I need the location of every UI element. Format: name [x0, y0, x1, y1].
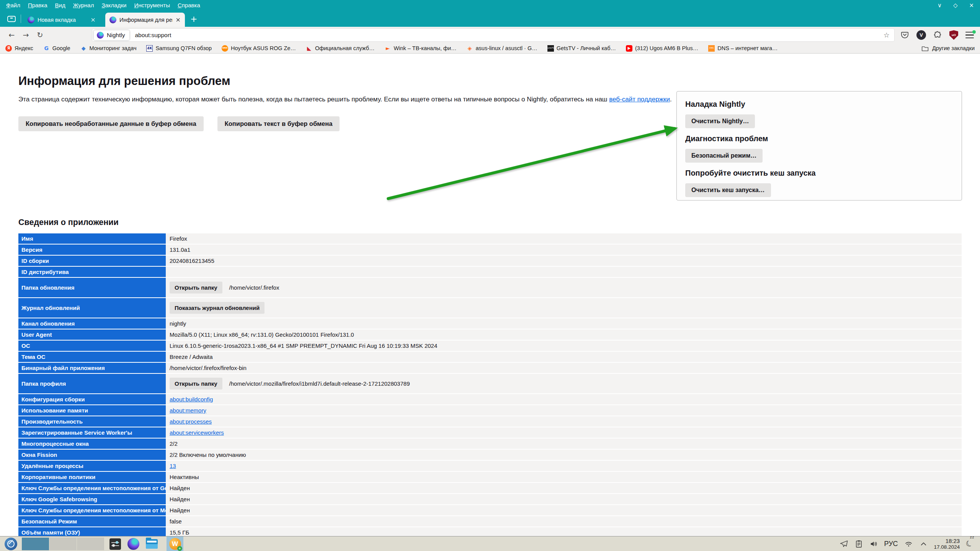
table-button[interactable]: Показать журнал обновлений [170, 302, 265, 314]
firefox-taskbar-icon[interactable] [127, 538, 139, 550]
row-label: Зарегистрированные Service Worker'ы [18, 427, 166, 438]
settings-mixer-icon[interactable] [109, 538, 121, 550]
bookmark-item[interactable]: DNSDNS – интернет мага… [708, 45, 777, 52]
bookmark-star-icon[interactable]: ☆ [884, 31, 890, 39]
getstv-icon: GetsTV [547, 45, 554, 52]
firefox-nightly-icon [97, 32, 104, 39]
menu-item-file[interactable]: Файл [2, 0, 24, 10]
pocket-icon[interactable] [900, 31, 909, 39]
wifi-icon[interactable] [904, 540, 913, 548]
bookmark-item[interactable]: ▶(312) Ugos AM6 B Plus… [626, 45, 698, 52]
gitlab-icon: ◈ [467, 45, 473, 52]
bookmark-item[interactable]: ЯЯндекс [5, 45, 33, 52]
tab-close-icon[interactable]: × [91, 16, 96, 23]
clock[interactable]: 18:23 17.08.2024 [934, 538, 960, 550]
bookmark-item[interactable]: ◆Мониторинг задач [80, 45, 137, 52]
bookmark-item[interactable]: ◣Официальная служб… [306, 45, 375, 52]
reload-icon[interactable]: ↻ [33, 31, 47, 39]
expand-tray-icon[interactable] [919, 540, 928, 548]
bookmark-item[interactable]: GGoogle [43, 45, 70, 52]
firefox-view-icon[interactable] [3, 12, 20, 26]
night-mode-icon[interactable]: ☾ zz [964, 538, 975, 550]
table-link[interactable]: about:buildconfig [170, 396, 213, 403]
file-manager-icon[interactable] [146, 539, 158, 549]
clipboard-icon[interactable] [854, 540, 863, 548]
menu-item-view[interactable]: Вид [51, 0, 69, 10]
bookmark-label: Мониторинг задач [90, 45, 137, 51]
tab-close-icon[interactable]: × [176, 16, 181, 23]
table-row: Использование памятиabout:memory [18, 405, 962, 416]
table-button[interactable]: Открыть папку [170, 378, 222, 390]
forward-icon[interactable]: → [19, 31, 33, 39]
menu-item-tools[interactable]: Инструменты [130, 0, 174, 10]
table-row: Окна Fission2/2 Включены по умолчанию [18, 450, 962, 460]
copy-raw-data-button[interactable]: Копировать необработанные данные в буфер… [18, 116, 204, 131]
table-link[interactable]: 13 [170, 463, 176, 469]
row-label: Ключ Службы определения местоположения о… [18, 505, 166, 515]
ublock-shield-icon[interactable]: uO [949, 30, 958, 40]
table-link[interactable]: about:processes [170, 418, 212, 425]
table-link[interactable]: about:serviceworkers [170, 429, 224, 436]
telegram-icon[interactable] [840, 540, 848, 548]
bookmark-item[interactable]: GetsTVGetsTV - Личный каб… [547, 45, 616, 52]
bookmark-label: (312) Ugos AM6 B Plus… [635, 45, 698, 51]
toolbar-right-icons: V uO [900, 30, 974, 40]
other-bookmarks[interactable]: Другие закладки [921, 45, 975, 52]
table-row: Конфигурация сборкиabout:buildconfig [18, 394, 962, 404]
menu-item-history[interactable]: Журнал [69, 0, 98, 10]
bookmark-item[interactable]: 4KSamsung Q7FN обзор [146, 45, 212, 52]
maximize-icon[interactable]: ◇ [953, 2, 958, 9]
table-row: Папка профиляОткрыть папку/home/victor/.… [18, 374, 962, 393]
app-menu-icon[interactable] [965, 32, 974, 39]
window-controls: ∨ ◇ × [938, 0, 974, 10]
bookmark-item[interactable]: DNSНоутбук ASUS ROG Ze… [222, 45, 296, 52]
row-label: User Agent [18, 329, 166, 340]
keyboard-layout-indicator[interactable]: РУС [884, 540, 898, 548]
bookmark-item[interactable]: ►Wink – ТВ-каналы, фи… [385, 45, 457, 52]
row-value: Mozilla/5.0 (X11; Linux x86_64; rv:131.0… [166, 329, 962, 340]
tab-support-active[interactable]: Информация для решения × [105, 13, 185, 27]
update-dot [972, 30, 976, 34]
copy-text-button[interactable]: Копировать текст в буфер обмена [217, 116, 340, 131]
panel-button[interactable]: Очистить Nightly… [685, 114, 755, 128]
back-icon[interactable]: ← [5, 31, 19, 39]
panel-button[interactable]: Безопасный режим… [685, 149, 763, 163]
4k-badge-icon: 4K [146, 45, 153, 52]
panel-button[interactable]: Очистить кеш запуска… [685, 183, 771, 197]
menu-item-edit[interactable]: Правка [24, 0, 51, 10]
row-value: Найден [166, 483, 962, 493]
row-label: Безопасный Режим [18, 516, 166, 527]
row-value: 2/2 Включены по умолчанию [166, 450, 962, 460]
desktop-1-active[interactable] [22, 538, 49, 550]
menu-item-help[interactable]: Справка [174, 0, 204, 10]
desktop-2[interactable] [49, 538, 77, 550]
volume-icon[interactable] [869, 540, 878, 548]
table-row: Бинарный файл приложения/home/victor/.fi… [18, 363, 962, 373]
url-bar[interactable]: Nightly about:support ☆ [92, 29, 894, 41]
youtube-icon: ▶ [626, 45, 632, 52]
bookmark-item[interactable]: ◈asus-linux / asusctl · G… [467, 45, 537, 52]
layers-icon: ◆ [80, 45, 87, 52]
table-link[interactable]: about:memory [170, 407, 206, 414]
account-avatar[interactable]: V [916, 30, 926, 40]
identity-chip[interactable]: Nightly [94, 30, 129, 40]
desktop-3[interactable] [77, 538, 104, 550]
app-launcher-icon[interactable] [5, 538, 17, 550]
support-site-link[interactable]: веб-сайт поддержки [609, 96, 670, 103]
extensions-puzzle-icon[interactable] [933, 31, 942, 39]
table-row: Безопасный Режимfalse [18, 516, 962, 527]
row-value: 15,5 ГБ [166, 527, 962, 536]
app-basics-section-title: Сведения о приложении [18, 218, 980, 227]
active-window-tile[interactable]: W + [167, 536, 183, 551]
minimize-icon[interactable]: ∨ [938, 2, 942, 9]
row-value: 20240816213455 [166, 256, 962, 266]
time: 18:23 [934, 538, 960, 544]
tab-new-tab[interactable]: Новая вкладка × [23, 13, 100, 27]
close-window-icon[interactable]: × [969, 2, 974, 9]
page-content: Информация для решения проблем Эта стран… [0, 54, 980, 536]
new-tab-button[interactable]: + [190, 15, 197, 23]
table-button[interactable]: Открыть папку [170, 282, 222, 293]
bookmark-label: asus-linux / asusctl · G… [476, 45, 537, 51]
menu-bar: ФайлПравкаВидЖурналЗакладкиИнструментыСп… [0, 0, 980, 10]
menu-item-bookmarks[interactable]: Закладки [98, 0, 130, 10]
